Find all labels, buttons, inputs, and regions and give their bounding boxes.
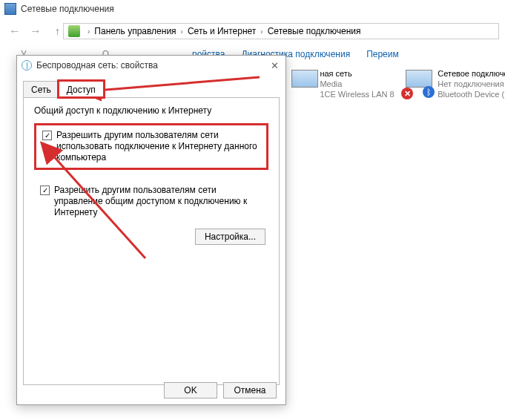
dialog-button-row: OK Отмена [164, 382, 277, 398]
connection-name: ная сеть [320, 68, 394, 79]
ok-button[interactable]: OK [164, 382, 217, 398]
explorer-window-title: Сетевые подключения [4, 3, 114, 15]
checkbox-label-allow-share: Разрешить другим пользователям сети испо… [56, 130, 260, 163]
window-title-text: Сетевые подключения [21, 4, 114, 14]
tab-sharing[interactable]: Доступ [59, 81, 104, 97]
connection-status: Нет подключения [438, 79, 505, 89]
chevron-right-icon: › [85, 27, 93, 36]
cancel-button[interactable]: Отмена [223, 382, 277, 398]
window-icon [4, 3, 16, 15]
breadcrumb[interactable]: › Панель управления › Сеть и Интернет › … [63, 23, 499, 39]
chevron-right-icon: › [257, 27, 265, 36]
group-label-ics: Общий доступ к подключению к Интернету [34, 105, 268, 116]
breadcrumb-level1[interactable]: Панель управления [94, 26, 176, 36]
connection-text: ная сеть Media 1CE Wireless LAN 802... [320, 68, 394, 99]
checkbox-row-allow-control[interactable]: ✓ Разрешить другим пользователям сети уп… [34, 180, 268, 223]
forward-button[interactable]: → [27, 24, 44, 38]
up-button[interactable]: ↑ [55, 25, 60, 37]
dialog-body: Общий доступ к подключению к Интернету ✓… [23, 97, 280, 385]
nav-bar: ← → ↑ › Панель управления › Сеть и Интер… [0, 21, 505, 42]
chevron-right-icon: › [178, 27, 186, 36]
network-adapter-icon [290, 68, 315, 96]
connection-device: Bluetooth Device (P [438, 89, 505, 99]
properties-dialog: Беспроводная сеть: свойства ✕ Сеть Досту… [16, 55, 286, 405]
wifi-icon [22, 60, 32, 70]
disconnected-icon: ✕ [401, 88, 413, 99]
bluetooth-icon: ᛒ [423, 86, 435, 98]
control-panel-icon [68, 25, 80, 37]
dialog-tabs: Сеть Доступ [17, 75, 285, 97]
network-adapter-icon: ✕ ᛒ [404, 68, 433, 96]
connection-device: 1CE Wireless LAN 802... [320, 89, 394, 99]
connection-text: Сетевое подключен Нет подключения Blueto… [438, 68, 505, 99]
settings-button[interactable]: Настройка... [195, 229, 265, 245]
close-button[interactable]: ✕ [268, 59, 281, 72]
checkbox-row-allow-share[interactable]: ✓ Разрешить другим пользователям сети ис… [34, 123, 268, 170]
connection-item-bluetooth[interactable]: ✕ ᛒ Сетевое подключен Нет подключения Bl… [404, 68, 505, 99]
connection-item-wifi[interactable]: ная сеть Media 1CE Wireless LAN 802... [290, 68, 394, 99]
dialog-titlebar: Беспроводная сеть: свойства ✕ [17, 56, 285, 75]
tab-network[interactable]: Сеть [23, 81, 59, 97]
breadcrumb-level3[interactable]: Сетевые подключения [268, 26, 361, 36]
connections-list: ная сеть Media 1CE Wireless LAN 802... ✕… [290, 68, 505, 99]
breadcrumb-level2[interactable]: Сеть и Интернет [188, 26, 256, 36]
back-button[interactable]: ← [6, 24, 24, 38]
dialog-title-text: Беспроводная сеть: свойства [36, 60, 158, 70]
connection-name: Сетевое подключен [438, 68, 505, 79]
toolbar-item-rename[interactable]: Переим [366, 49, 399, 59]
connection-status: Media [320, 79, 394, 89]
checkbox-label-allow-control: Разрешить другим пользователям сети упра… [54, 185, 263, 218]
checkbox-icon[interactable]: ✓ [40, 186, 50, 195]
checkbox-icon[interactable]: ✓ [42, 131, 52, 140]
